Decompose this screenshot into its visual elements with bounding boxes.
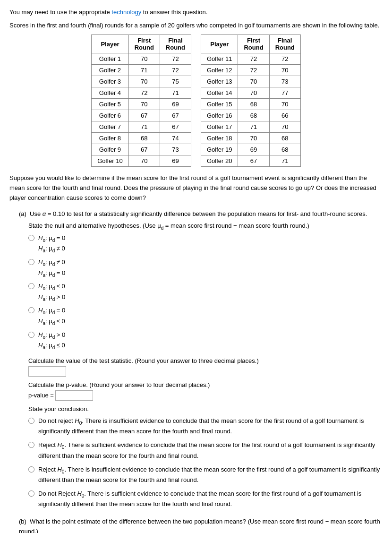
table-row: Golfer 47271 [92,87,191,99]
part-a-section: (a) Use α = 0.10 to test for a statistic… [19,209,383,509]
context-text: Suppose you would like to determine if t… [9,173,383,203]
part-b-section: (b) What is the point estimate of the di… [19,517,383,533]
hypothesis-radio-1[interactable] [28,235,34,241]
hypothesis-radio-2[interactable] [28,259,34,265]
conclusion-option-3: Reject H0. There is insufficient evidenc… [28,465,383,485]
hypothesis-option-2: Ho: μd ≠ 0 Ha: μd = 0 [28,258,383,279]
hypothesis-option-3: Ho: μd ≤ 0 Ha: μd > 0 [28,282,383,303]
table-row: Golfer 187068 [201,133,301,144]
golfer-outer-table: Player FirstRound FinalRound Golfer 1707… [91,34,301,167]
conclusion-option-4: Do not Reject H0. There is sufficient ev… [28,489,383,509]
conclusion-radio-2[interactable] [28,442,34,448]
hypothesis-label-5: Ho: μd > 0 Ha: μd ≤ 0 [38,330,65,352]
conclusion-radio-1[interactable] [28,418,34,424]
table-row: Golfer 77167 [92,121,191,133]
col-player-left: Player [92,35,128,53]
conclusion-label-1: Do not reject H0. There is insufficient … [38,416,383,437]
table-row: Golfer 177170 [201,121,301,133]
hypothesis-radio-4[interactable] [28,307,34,313]
col-first-round-right: FirstRound [238,35,269,53]
col-player-right: Player [201,35,238,53]
hypothesis-label-4: Ho: μd = 0 Ha: μd ≤ 0 [38,306,65,327]
p-value-label: Calculate the p-value. (Round your answe… [28,381,383,388]
p-value-row: p-value = [28,390,383,401]
table-row: Golfer 66767 [92,110,191,121]
table-row: Golfer 206771 [201,155,301,167]
table-row: Golfer 166866 [201,110,301,121]
hypotheses-section: State the null and alternative hypothese… [28,222,383,509]
hypothesis-label-1: Ho: μd = 0 Ha: μd ≠ 0 [38,233,65,255]
table-row: Golfer 57069 [92,99,191,110]
technology-link[interactable]: technology [111,9,141,16]
table-row: Golfer 86874 [92,133,191,144]
p-value-prefix: p-value = [28,392,54,399]
data-table-section: Player FirstRound FinalRound Golfer 1707… [9,34,383,167]
table-row: Golfer 156870 [201,99,301,110]
table-row: Golfer 96773 [92,144,191,155]
conclusion-option-2: Reject H0. There is sufficient evidence … [28,440,383,461]
hypothesis-radio-3[interactable] [28,283,34,289]
part-a-label: (a) Use α = 0.10 to test for a statistic… [19,209,383,219]
table-row: Golfer 27172 [92,65,191,76]
hypotheses-instruction: State the null and alternative hypothese… [28,222,383,231]
conclusion-label: State your conclusion. [28,405,383,413]
col-final-round-right: FinalRound [269,35,300,53]
intro-line2: Scores in the first and fourth (final) r… [9,21,383,30]
intro-line1: You may need to use the appropriate tech… [9,8,383,17]
table-row: Golfer 127270 [201,65,301,76]
p-value-input[interactable] [55,390,93,401]
hypothesis-option-5: Ho: μd > 0 Ha: μd ≤ 0 [28,330,383,352]
hypothesis-radio-5[interactable] [28,332,34,338]
test-stat-label: Calculate the value of the test statisti… [28,357,383,364]
part-a-letter: (a) [19,210,26,217]
table-row: Golfer 196968 [201,144,301,155]
col-final-round-left: FinalRound [160,35,191,53]
conclusion-label-4: Do not Reject H0. There is sufficient ev… [38,489,383,509]
part-b-label: (b) What is the point estimate of the di… [19,517,383,533]
conclusion-label-3: Reject H0. There is insufficient evidenc… [38,465,383,485]
hypothesis-label-3: Ho: μd ≤ 0 Ha: μd > 0 [38,282,65,303]
conclusion-radio-3[interactable] [28,466,34,473]
conclusion-radio-4[interactable] [28,490,34,497]
conclusion-option-1: Do not reject H0. There is insufficient … [28,416,383,437]
table-row: Golfer 37075 [92,76,191,87]
table-row: Golfer 107069 [92,155,191,167]
part-b-letter: (b) [19,518,26,525]
hypothesis-option-1: Ho: μd = 0 Ha: μd ≠ 0 [28,233,383,255]
right-data-table: Player FirstRound FinalRound Golfer 1172… [201,34,301,167]
table-row: Golfer 17072 [92,53,191,65]
left-data-table: Player FirstRound FinalRound Golfer 1707… [91,34,191,167]
col-first-round-left: FirstRound [128,35,160,53]
hypothesis-option-4: Ho: μd = 0 Ha: μd ≤ 0 [28,306,383,327]
test-stat-input[interactable] [28,366,66,377]
hypothesis-label-2: Ho: μd ≠ 0 Ha: μd = 0 [38,258,65,279]
table-row: Golfer 137073 [201,76,301,87]
table-row: Golfer 117272 [201,53,301,65]
table-row: Golfer 147077 [201,87,301,99]
conclusion-label-2: Reject H0. There is sufficient evidence … [38,440,383,461]
